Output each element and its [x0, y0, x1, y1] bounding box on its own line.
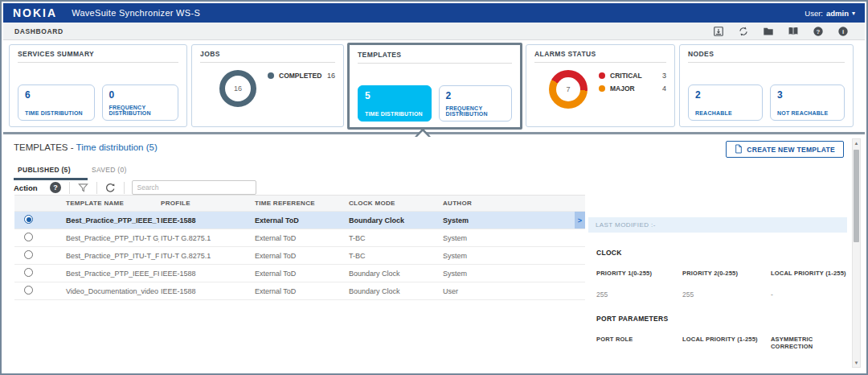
- cell-author: System: [441, 252, 585, 260]
- scrollbar[interactable]: ▲ ▼: [852, 138, 861, 368]
- table-row[interactable]: Best_Practice_PTP_ITU-T_FH ITU-T G.8275.…: [14, 247, 585, 265]
- scrollbar-down-arrow[interactable]: ▼: [853, 359, 860, 367]
- templates-tiles: 5 TIME DISTRIBUTION 2 FREQUENCY DISTRIBU…: [358, 85, 512, 122]
- user-menu[interactable]: User: admin ▾: [805, 9, 855, 18]
- legend-value: 4: [662, 84, 666, 93]
- tile-label: TIME DISTRIBUTION: [25, 110, 88, 116]
- cell-clock-mode: T-BC: [347, 252, 441, 260]
- field-label: PRIORITY 1(0-255): [596, 270, 682, 277]
- create-button-label: CREATE NEW TEMPLATE: [747, 146, 835, 154]
- divider: [688, 62, 845, 63]
- cell-profile: ITU-T G.8275.1: [159, 252, 253, 260]
- svg-text:i: i: [842, 28, 844, 35]
- scrollbar-up-arrow[interactable]: ▲: [853, 139, 860, 147]
- import-icon[interactable]: [713, 26, 724, 37]
- tile-nodes-not-reachable[interactable]: 3 NOT REACHABLE: [770, 84, 845, 121]
- dashboard-toolbar: ? i: [713, 26, 854, 37]
- tile-nodes-reachable[interactable]: 2 REACHABLE: [688, 84, 763, 121]
- cell-clock-mode: Boundary Clock: [347, 270, 441, 278]
- cell-template-name: Best_Practice_PTP_IEEE_Template: [64, 216, 159, 225]
- cell-time-reference: External ToD: [253, 252, 347, 260]
- toolbar-divider: [96, 182, 97, 194]
- table-row[interactable]: Best_Practice_PTP_IEEE_FH IEEE-1588 Exte…: [14, 265, 585, 282]
- field-label: LOCAL PRIORITY (1-255): [771, 270, 847, 277]
- clock-heading: CLOCK: [588, 249, 847, 257]
- legend-row-completed: COMPLETED 16: [268, 72, 335, 80]
- divider: [18, 62, 178, 63]
- search-input[interactable]: [132, 180, 256, 195]
- radio-button[interactable]: [24, 233, 33, 241]
- template-details-panel: LAST MODIFIED :- CLOCK PRIORITY 1(0-255)…: [588, 217, 847, 350]
- tile-label: FREQUENCY DISTRIBUTION: [446, 105, 506, 117]
- tile-label: TIME DISTRIBUTION: [365, 111, 424, 117]
- legend-label: CRITICAL: [610, 72, 642, 80]
- nokia-logo: NOKIA: [13, 6, 57, 19]
- cell-author: System: [441, 270, 585, 278]
- alarms-legend: CRITICAL 3 MAJOR 4: [599, 72, 666, 109]
- radio-button[interactable]: [24, 268, 33, 277]
- tile-services-frequency-distribution[interactable]: 0 FREQUENCY DISTRIBUTION: [102, 84, 179, 121]
- legend-value: 16: [327, 72, 335, 80]
- divider: [200, 62, 335, 63]
- critical-dot: [599, 72, 605, 79]
- table-row[interactable]: Best_Practice_PTP_ITU-T G_Templ ITU-T G.…: [14, 229, 585, 247]
- filter-icon[interactable]: [77, 182, 89, 194]
- radio-button[interactable]: [24, 286, 33, 295]
- help-icon[interactable]: ?: [50, 182, 62, 194]
- row-expand-arrow[interactable]: >: [575, 212, 585, 229]
- templates-section: TEMPLATES - Time distribution (5) CREATE…: [3, 137, 865, 373]
- table-row[interactable]: Best_Practice_PTP_IEEE_Template IEEE-158…: [14, 212, 585, 229]
- radio-button[interactable]: [24, 215, 33, 224]
- folder-icon[interactable]: [763, 26, 774, 37]
- tile-label: FREQUENCY DISTRIBUTION: [109, 105, 172, 116]
- major-dot: [599, 85, 605, 92]
- templates-table: TEMPLATE NAME PROFILE TIME REFERENCE CLO…: [14, 195, 585, 300]
- refresh-icon[interactable]: [104, 182, 117, 194]
- tile-value: 5: [365, 90, 424, 101]
- card-title: ALARMS STATUS: [534, 50, 666, 58]
- tile-templates-time-distribution[interactable]: 5 TIME DISTRIBUTION: [358, 85, 432, 122]
- create-new-template-button[interactable]: CREATE NEW TEMPLATE: [726, 141, 844, 158]
- card-nodes: NODES 2 REACHABLE 3 NOT REACHABLE: [679, 44, 854, 127]
- services-tiles: 6 TIME DISTRIBUTION 0 FREQUENCY DISTRIBU…: [18, 84, 178, 121]
- tile-services-time-distribution[interactable]: 6 TIME DISTRIBUTION: [18, 84, 95, 121]
- cell-author: User: [441, 287, 585, 295]
- cell-profile: IEEE-1588: [159, 287, 253, 295]
- field-label: PORT ROLE: [596, 336, 682, 350]
- cell-template-name: Best_Practice_PTP_IEEE_FH: [64, 270, 159, 278]
- tab-published[interactable]: PUBLISHED (5): [14, 163, 88, 180]
- tile-templates-frequency-distribution[interactable]: 2 FREQUENCY DISTRIBUTION: [439, 85, 513, 122]
- action-menu[interactable]: Action: [14, 183, 38, 192]
- legend-row-critical: CRITICAL 3: [599, 72, 666, 80]
- app-title: WaveSuite Synchronizer WS-S: [72, 8, 200, 18]
- help-icon[interactable]: ?: [813, 26, 824, 37]
- alarms-donut-value: 7: [549, 70, 588, 109]
- templates-filter-link[interactable]: Time distribution (5): [76, 142, 158, 152]
- cell-clock-mode: Boundary Clock: [347, 287, 441, 295]
- card-alarms-status: ALARMS STATUS 7 CRITICAL 3 MAJOR: [526, 44, 675, 127]
- clock-field-values: 255 255 -: [588, 291, 847, 299]
- nodes-tiles: 2 REACHABLE 3 NOT REACHABLE: [688, 84, 845, 121]
- scrollbar-thumb[interactable]: [854, 150, 859, 242]
- book-icon[interactable]: [788, 26, 799, 37]
- sync-icon[interactable]: [738, 26, 749, 37]
- highlight-notch-inner: [417, 131, 428, 137]
- cell-template-name: Best_Practice_PTP_ITU-T_FH: [64, 252, 159, 260]
- alarms-donut: 7: [549, 70, 588, 109]
- header-profile: PROFILE: [159, 200, 253, 207]
- app-window: NOKIA WaveSuite Synchronizer WS-S User: …: [0, 0, 868, 375]
- completed-dot: [268, 72, 274, 79]
- info-icon[interactable]: i: [837, 26, 849, 37]
- jobs-donut-value: 16: [225, 76, 251, 101]
- card-services-summary: SERVICES SUMMARY 6 TIME DISTRIBUTION 0 F…: [9, 44, 187, 127]
- tab-saved[interactable]: SAVED (0): [88, 163, 162, 180]
- table-row[interactable]: Video_Documentation_video IEEE-1588 Exte…: [14, 282, 585, 300]
- user-name: admin: [826, 9, 849, 18]
- radio-button[interactable]: [24, 250, 33, 259]
- breadcrumb: DASHBOARD: [14, 27, 63, 35]
- cell-profile: ITU-T G.8275.1: [159, 234, 253, 242]
- section-title: TEMPLATES - Time distribution (5): [14, 142, 158, 152]
- templates-tabs: PUBLISHED (5) SAVED (0): [14, 163, 162, 180]
- field-label: LOCAL PRIORITY (1-255): [682, 336, 771, 350]
- cell-clock-mode: Boundary Clock: [347, 216, 441, 225]
